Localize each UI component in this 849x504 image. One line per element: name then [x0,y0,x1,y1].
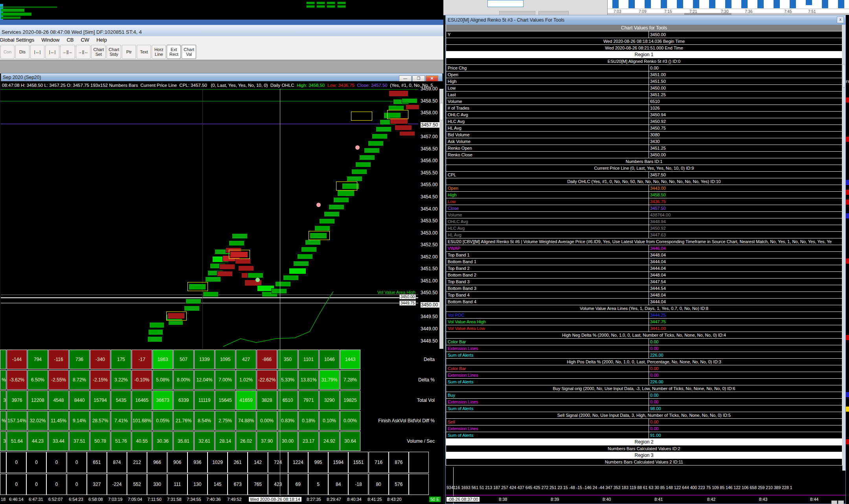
dom-price-fragment [846,180,849,185]
values-time-label: 8:43 [759,497,767,502]
table-cell: 157.14% [7,411,27,431]
background-green-bar [1,9,24,12]
table-cell: -340 [90,350,110,369]
chart-vertical-scrollbar[interactable] [439,89,443,349]
values-scrollbar[interactable] [842,25,845,471]
values-row-label: HL Avg [446,233,649,237]
chart-window-titlebar[interactable]: Sep 2020 (Sep20) —❐✕ [1,73,443,81]
time-axis[interactable]: 50 E 186:46:146:47:316:52:076:54:236:58:… [0,496,443,504]
toolbar-button-chart-val[interactable]: Chart Val [182,45,196,59]
table-cell: -2.55% [48,370,69,390]
toolbar-button-ext-rect[interactable]: Ext Rect [167,45,181,59]
values-window-titlebar[interactable]: ESU20[M] Aligned Renko 5t #3 - Chart Val… [446,15,845,25]
menu-item-cb[interactable]: CB [63,36,77,44]
table-row-label: Delta % [348,377,435,383]
values-row-center: Numbers Bars Calculated Values 2 ID:11 [446,459,842,466]
table-cell: 12.04% [194,370,215,390]
price-axis-label: 3458.50 [421,98,439,104]
table-cell: 6.50% [28,370,48,390]
values-row: High3451.50 [446,78,842,85]
menu-item-help[interactable]: Help [93,36,110,44]
bar-spacing-icon[interactable]: |↔| [30,45,44,59]
values-row-value: 3448.04 [649,292,842,298]
values-close-icon[interactable]: x [837,16,844,23]
values-row: # of Trades1026 [446,105,842,112]
menu-bar: Global SettingsWindowCBCWHelp [0,36,443,44]
toolbar: ConDis|↔||↔|→||←→||←Chart SetChart StdyP… [0,44,443,60]
values-row-value: 0.00 [649,365,842,372]
row-cell: 936 [187,452,208,473]
chart-window-title: Sep 2020 (Sep20) [3,75,41,80]
mini-volume-bar [645,0,651,8]
table-cell-partial: 3 [0,390,6,410]
price-axis-label: 3459.00 [421,86,439,92]
values-row-value: 3450.92 [649,225,842,231]
chart-plot-area[interactable]: HighVol Value Area High3450.003449.75 [1,89,419,349]
mini-volume-bar [677,0,683,8]
values-row-value: 226.00 [649,352,842,358]
chart-header-segment: 08:47:08 H: 3458.50 L: 3457.25 O: 3457.7… [2,83,297,88]
table-cell: 1095 [215,350,235,369]
values-time-axis[interactable]: -08-26 08:37:008:388:398:408:418:428:438… [446,496,845,502]
table-cell: 35.81 [173,431,194,451]
row-cell: 212 [127,452,147,473]
squeeze2-icon[interactable]: →||← [76,45,91,59]
time-axis-label: 7:31:58 [167,497,182,502]
menu-item-global-settings[interactable]: Global Settings [0,36,38,44]
values-row-center: ESU20[M] Aligned Renko 5t #3 () ID:0 [446,58,842,65]
values-row-value: 3444.54 [649,285,842,291]
toolbar-button-con[interactable]: Con [0,45,15,59]
table-cell: 2.75% [215,411,235,431]
table-cell: 33.44 [48,431,69,451]
toolbar-button-horz-line[interactable]: Horz Line [152,45,166,59]
table-cell: 5435 [111,390,131,410]
row-cell: 906 [167,452,187,473]
table-cell: -116 [48,350,69,369]
values-time-label: -08-26 08:37:00 [447,497,480,502]
values-row: OHLC Avg3450.94 [446,112,842,118]
values-row: Top Band 13448.04 [446,252,842,258]
dom-price-fragment [846,258,849,264]
background-green-box [337,2,346,4]
values-row-center: Sell Signal (2000, No, Use Input Data, 3… [446,412,842,419]
toolbar-button-chart-set[interactable]: Chart Set [91,45,106,59]
table-cell: 24.92 [319,431,340,451]
toolbar-button-dis[interactable]: Dis [15,45,29,59]
row-cell: 0 [67,474,87,495]
toolbar-button-ptr[interactable]: Ptr [122,45,136,59]
table-cell: 1101 [298,350,319,369]
values-row-value: 0.00 [649,399,842,405]
values-row-gray: Chart Values for Tools [446,25,842,31]
values-row-value: 3444.04 [649,299,842,305]
dom-ladder-sliver: FF [846,15,849,504]
table-cell: 736 [69,350,90,369]
bar-spacing2-icon[interactable]: |↔| [45,45,59,59]
values-time-label: 8:38 [499,497,507,502]
table-cell: 101.68% [132,411,152,431]
table-cell: 507 [173,350,194,369]
values-row-value: 0.00 [649,419,842,425]
values-row-value: 3457.50 [649,205,842,211]
menu-item-cw[interactable]: CW [77,36,93,44]
table-cell: 28.57% [90,411,110,431]
values-row-region: Region 2 [446,439,842,445]
table-cell: 9.14% [69,411,90,431]
toolbar-button-chart-stdy[interactable]: Chart Stdy [107,45,121,59]
table-cell: 794 [28,350,48,369]
price-axis-label: 3454.00 [421,206,439,212]
menu-item-window[interactable]: Window [38,36,63,44]
values-row-label: # of Trades [446,106,649,110]
values-row: Open3443.00 [446,185,842,192]
row-cell: 111 [167,474,187,495]
table-cell: 23.17 [298,431,319,451]
values-hscroll-buttons[interactable] [831,499,845,503]
mini-chart-axis-line [608,9,849,9]
squeeze-icon[interactable]: →||← [60,45,75,59]
values-row: Low3450.00 [446,85,842,92]
toolbar-button-text[interactable]: Text [137,45,151,59]
values-row-value: 0.00 [649,392,842,398]
main-window-titlebar[interactable]: Services 2020-08-26 08:47:08 Wed [Sim] D… [0,20,443,37]
row-cell: 966 [147,452,167,473]
price-axis-label: 3450.00 [421,302,439,308]
values-row: CPL3457.50 [446,172,842,178]
